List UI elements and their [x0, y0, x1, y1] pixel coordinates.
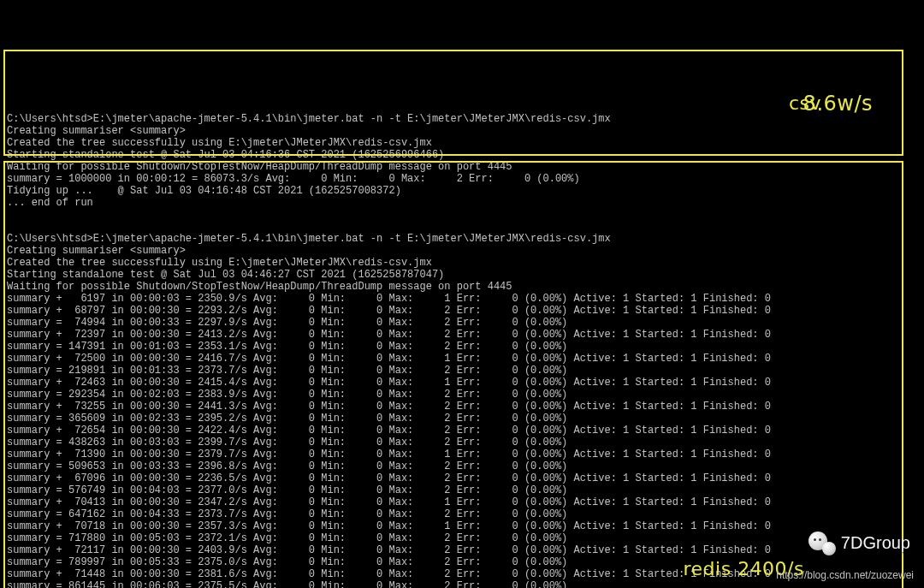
jmeter-output-top: C:\Users\htsd>E:\jmeter\apache-jmeter-5.…	[7, 113, 917, 209]
terminal-line: summary + 67096 in 00:00:30 = 2236.5/s A…	[7, 472, 917, 484]
terminal-line: Creating summariser <summary>	[7, 125, 917, 137]
jmeter-output-bottom: C:\Users\htsd>E:\jmeter\apache-jmeter-5.…	[7, 233, 917, 588]
terminal-line: summary + 72397 in 00:00:30 = 2413.2/s A…	[7, 329, 917, 341]
terminal-line: Created the tree successfully using E:\j…	[7, 257, 917, 269]
terminal-line: summary + 73255 in 00:00:30 = 2441.3/s A…	[7, 401, 917, 413]
terminal-line: summary + 72500 in 00:00:30 = 2416.7/s A…	[7, 353, 917, 365]
terminal-line: summary + 71390 in 00:00:30 = 2379.7/s A…	[7, 448, 917, 460]
terminal-line: summary = 861445 in 00:06:03 = 2375.5/s …	[7, 580, 917, 588]
terminal-line: summary = 1000000 in 00:00:12 = 86073.3/…	[7, 173, 917, 185]
terminal-window[interactable]: C:\Users\htsd>E:\jmeter\apache-jmeter-5.…	[0, 48, 924, 588]
terminal-line: summary = 647162 in 00:04:33 = 2373.7/s …	[7, 508, 917, 520]
terminal-line: summary = 292354 in 00:02:03 = 2383.9/s …	[7, 389, 917, 401]
terminal-line: summary + 70413 in 00:00:30 = 2347.2/s A…	[7, 496, 917, 508]
terminal-line: Waiting for possible Shutdown/StopTestNo…	[7, 281, 917, 293]
terminal-line: Waiting for possible Shutdown/StopTestNo…	[7, 161, 917, 173]
terminal-line: summary + 72654 in 00:00:30 = 2422.4/s A…	[7, 425, 917, 437]
terminal-line: summary = 147391 in 00:01:03 = 2353.1/s …	[7, 341, 917, 353]
terminal-line: summary + 6197 in 00:00:03 = 2350.9/s Av…	[7, 293, 917, 305]
terminal-line: summary = 509653 in 00:03:33 = 2396.8/s …	[7, 460, 917, 472]
terminal-line: Starting standalone test @ Sat Jul 03 04…	[7, 149, 917, 161]
terminal-line: Starting standalone test @ Sat Jul 03 04…	[7, 269, 917, 281]
watermark: 7DGroup	[807, 530, 910, 555]
terminal-line: Tidying up ... @ Sat Jul 03 04:16:48 CST…	[7, 185, 917, 197]
terminal-line: Creating summariser <summary>	[7, 245, 917, 257]
terminal-line: summary = 576749 in 00:04:03 = 2377.0/s …	[7, 484, 917, 496]
terminal-line: summary + 72463 in 00:00:30 = 2415.4/s A…	[7, 377, 917, 389]
terminal-line: summary + 68797 in 00:00:30 = 2293.2/s A…	[7, 305, 917, 317]
footer-link: https://blog.csdn.net/zuozewei	[776, 569, 914, 581]
watermark-text: 7DGroup	[841, 537, 910, 549]
terminal-line: summary = 365609 in 00:02:33 = 2395.2/s …	[7, 413, 917, 425]
terminal-line: summary + 72117 in 00:00:30 = 2403.9/s A…	[7, 544, 917, 556]
terminal-line: C:\Users\htsd>E:\jmeter\apache-jmeter-5.…	[7, 233, 917, 245]
annotation-csv-rate: 8.6w/s	[803, 98, 873, 110]
terminal-line: C:\Users\htsd>E:\jmeter\apache-jmeter-5.…	[7, 113, 917, 125]
terminal-line: summary = 219891 in 00:01:33 = 2373.7/s …	[7, 365, 917, 377]
terminal-line: Created the tree successfully using E:\j…	[7, 137, 917, 149]
terminal-line: summary = 717880 in 00:05:03 = 2372.1/s …	[7, 532, 917, 544]
terminal-line: summary = 74994 in 00:00:33 = 2297.9/s A…	[7, 317, 917, 329]
wechat-icon	[807, 530, 836, 555]
terminal-line: summary = 438263 in 00:03:03 = 2399.7/s …	[7, 437, 917, 448]
terminal-line: ... end of run	[7, 197, 917, 209]
terminal-line: summary + 70718 in 00:00:30 = 2357.3/s A…	[7, 520, 917, 532]
